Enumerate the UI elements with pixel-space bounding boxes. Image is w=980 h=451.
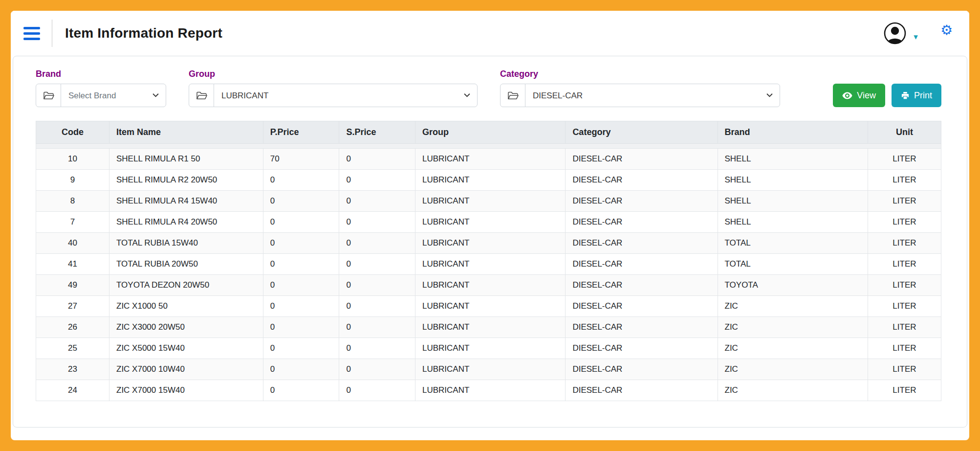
table-cell: LUBRICANT — [415, 212, 565, 233]
brand-filter: Brand Select Brand — [36, 69, 166, 107]
table-cell: SHELL RIMULA R4 20W50 — [109, 212, 263, 233]
folder-icon — [189, 84, 214, 107]
table-row: 10SHELL RIMULA R1 50700LUBRICANTDIESEL-C… — [36, 149, 941, 170]
table-cell: 0 — [263, 338, 339, 359]
table-cell: 10 — [36, 149, 109, 170]
table-cell: LITER — [868, 275, 941, 296]
table-cell: 49 — [36, 275, 109, 296]
view-button-label: View — [857, 90, 876, 101]
table-cell: TOTAL — [718, 254, 868, 275]
user-dropdown-caret-icon[interactable]: ▾ — [914, 33, 918, 41]
table-cell: LITER — [868, 170, 941, 191]
table-row: 26ZIC X3000 20W5000LUBRICANTDIESEL-CARZI… — [36, 317, 941, 338]
table-cell: 0 — [263, 212, 339, 233]
table-cell: 0 — [263, 359, 339, 380]
category-select[interactable]: DIESEL-CAR — [525, 84, 780, 107]
table-cell: LUBRICANT — [415, 380, 565, 401]
table-cell: DIESEL-CAR — [566, 275, 718, 296]
table-row: 9SHELL RIMULA R2 20W5000LUBRICANTDIESEL-… — [36, 170, 941, 191]
filter-row: Brand Select Brand — [36, 69, 941, 107]
settings-gear-icon[interactable]: ⚙ — [940, 23, 953, 37]
table-cell: ZIC — [718, 380, 868, 401]
brand-select[interactable]: Select Brand — [61, 84, 166, 107]
table-cell: 0 — [263, 233, 339, 254]
user-avatar[interactable] — [883, 22, 907, 45]
print-button[interactable]: Print — [892, 84, 941, 107]
table-cell: 0 — [263, 380, 339, 401]
table-cell: ZIC — [718, 359, 868, 380]
table-cell: DIESEL-CAR — [566, 317, 718, 338]
folder-icon — [36, 84, 61, 107]
table-cell: DIESEL-CAR — [566, 338, 718, 359]
table-cell: 7 — [36, 212, 109, 233]
table-cell: 26 — [36, 317, 109, 338]
table-cell: 0 — [339, 359, 415, 380]
table-cell: DIESEL-CAR — [566, 296, 718, 317]
table-cell: 0 — [339, 212, 415, 233]
category-filter: Category DIESEL-CAR — [500, 69, 780, 107]
table-cell: DIESEL-CAR — [566, 380, 718, 401]
table-cell: LITER — [868, 380, 941, 401]
table-spacer-row — [36, 144, 941, 149]
table-cell: 40 — [36, 233, 109, 254]
table-cell: LITER — [868, 296, 941, 317]
table-cell: LUBRICANT — [415, 254, 565, 275]
table-cell: 23 — [36, 359, 109, 380]
column-header-item-name: Item Name — [109, 121, 263, 144]
table-cell: LITER — [868, 212, 941, 233]
table-row: 41TOTAL RUBIA 20W5000LUBRICANTDIESEL-CAR… — [36, 254, 941, 275]
table-cell: DIESEL-CAR — [566, 170, 718, 191]
table-cell: TOTAL RUBIA 20W50 — [109, 254, 263, 275]
column-header-code: Code — [36, 121, 109, 144]
table-cell: LUBRICANT — [415, 359, 565, 380]
table-cell: LUBRICANT — [415, 191, 565, 212]
table-cell: 41 — [36, 254, 109, 275]
table-cell: LUBRICANT — [415, 317, 565, 338]
table-cell: 0 — [263, 275, 339, 296]
table-cell: DIESEL-CAR — [566, 212, 718, 233]
table-cell: 0 — [339, 296, 415, 317]
hamburger-menu-icon[interactable] — [23, 27, 40, 40]
app-window: Item Information Report ▾ ⚙ Brand — [11, 11, 969, 440]
table-cell: SHELL RIMULA R1 50 — [109, 149, 263, 170]
column-header-brand: Brand — [718, 121, 868, 144]
report-panel: Brand Select Brand — [13, 56, 967, 428]
table-row: 49TOYOTA DEZON 20W5000LUBRICANTDIESEL-CA… — [36, 275, 941, 296]
table-cell: ZIC — [718, 296, 868, 317]
table-cell: 0 — [339, 233, 415, 254]
table-cell: LITER — [868, 191, 941, 212]
column-header-category: Category — [566, 121, 718, 144]
table-cell: TOTAL RUBIA 15W40 — [109, 233, 263, 254]
table-cell: 0 — [263, 317, 339, 338]
header-right: ▾ ⚙ — [883, 22, 953, 45]
table-cell: SHELL RIMULA R4 15W40 — [109, 191, 263, 212]
table-cell: 0 — [339, 317, 415, 338]
group-label: Group — [189, 69, 478, 79]
table-cell: LUBRICANT — [415, 275, 565, 296]
brand-label: Brand — [36, 69, 166, 79]
table-cell: 0 — [263, 170, 339, 191]
table-cell: SHELL — [718, 191, 868, 212]
group-select[interactable]: LUBRICANT — [214, 84, 478, 107]
category-label: Category — [500, 69, 780, 79]
table-cell: ZIC X3000 20W50 — [109, 317, 263, 338]
table-cell: LITER — [868, 149, 941, 170]
table-cell: LUBRICANT — [415, 170, 565, 191]
table-cell: TOYOTA DEZON 20W50 — [109, 275, 263, 296]
table-cell: 0 — [339, 149, 415, 170]
table-cell: LITER — [868, 338, 941, 359]
table-row: 40TOTAL RUBIA 15W4000LUBRICANTDIESEL-CAR… — [36, 233, 941, 254]
column-header-pprice: P.Price — [263, 121, 339, 144]
view-button[interactable]: View — [833, 84, 885, 107]
column-header-sprice: S.Price — [339, 121, 415, 144]
app-header: Item Information Report ▾ ⚙ — [11, 11, 969, 56]
table-cell: 0 — [339, 275, 415, 296]
table-cell: ZIC X7000 10W40 — [109, 359, 263, 380]
print-button-label: Print — [914, 90, 932, 101]
table-cell: ZIC — [718, 338, 868, 359]
table-cell: 27 — [36, 296, 109, 317]
page-title: Item Information Report — [65, 25, 222, 41]
table-cell: 0 — [263, 191, 339, 212]
table-row: 7SHELL RIMULA R4 20W5000LUBRICANTDIESEL-… — [36, 212, 941, 233]
table-cell: 0 — [339, 170, 415, 191]
